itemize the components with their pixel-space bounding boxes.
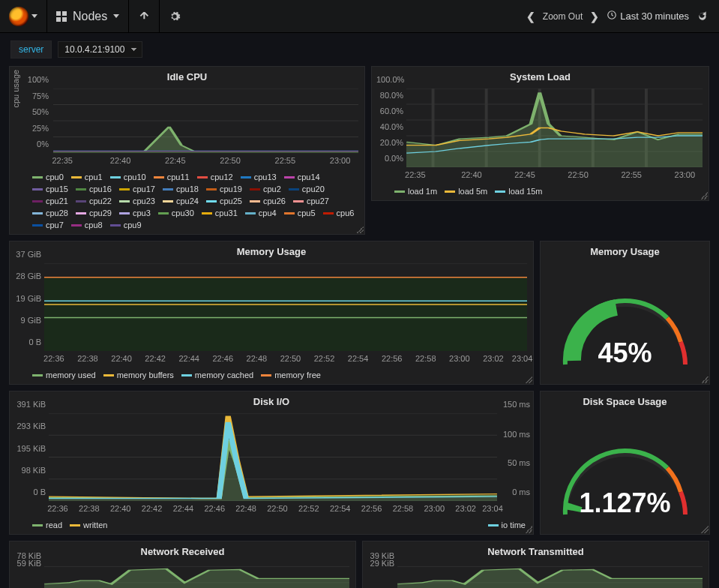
share-button[interactable] [129, 0, 160, 33]
legend-item[interactable]: cpu9 [110, 220, 142, 230]
legend-item[interactable]: cpu13 [241, 172, 277, 182]
legend-item[interactable]: memory buffers [103, 370, 174, 380]
panel-title: Network Received [10, 542, 355, 559]
panel-disk-io[interactable]: Disk I/O 0 B 98 KiB 195 KiB 293 KiB 391 … [9, 391, 534, 535]
legend-item[interactable]: cpu20 [289, 184, 325, 194]
panel-title: Memory Usage [541, 242, 709, 259]
gauge-value: 45% [598, 338, 652, 369]
legend-item[interactable]: cpu28 [32, 208, 68, 218]
chart-network-transmitted[interactable]: 29 KiB 39 KiB [363, 559, 709, 588]
time-range-label: Last 30 minutes [620, 10, 689, 22]
dashboard-picker-button[interactable]: Nodes [47, 0, 129, 33]
settings-button[interactable] [160, 0, 190, 33]
legend-item[interactable]: cpu17 [119, 184, 155, 194]
legend-item[interactable]: load 5m [445, 187, 487, 196]
legend-item[interactable]: memory cached [181, 370, 253, 380]
chart-memory-usage[interactable]: 0 B 9 GiB 19 GiB 28 GiB 37 GiB [10, 259, 533, 368]
legend-item[interactable]: load 1m [394, 187, 437, 196]
legend-item[interactable]: cpu7 [32, 220, 64, 230]
time-range-button[interactable]: Last 30 minutes [607, 10, 689, 22]
panel-disk-gauge[interactable]: Disk Space Usage 1.127% [540, 391, 710, 535]
legend-item[interactable]: memory free [261, 370, 321, 380]
panel-idle-cpu[interactable]: Idle CPU cpu usage 0% 25% 50% 75% 100% [9, 66, 365, 235]
resize-handle-icon[interactable] [701, 526, 709, 533]
top-bar: Nodes ❮ Zoom Out ❯ Last 30 minutes [0, 0, 719, 33]
clock-icon [607, 10, 617, 22]
legend-item[interactable]: cpu30 [158, 208, 194, 218]
plot-area [53, 88, 358, 153]
resize-handle-icon[interactable] [700, 192, 708, 200]
legend-item[interactable]: cpu18 [163, 184, 199, 194]
legend-item[interactable]: read [32, 520, 62, 530]
y-axis-right: 0 ms 50 ms 100 ms 150 ms [499, 413, 530, 501]
legend-item[interactable]: cpu21 [32, 196, 68, 206]
panel-title: Disk Space Usage [541, 392, 709, 409]
grafana-logo-icon [9, 7, 28, 26]
legend-item[interactable]: cpu10 [110, 172, 146, 182]
panel-title: Memory Usage [10, 242, 533, 259]
resize-handle-icon[interactable] [525, 376, 532, 383]
legend-item[interactable]: cpu27 [293, 196, 329, 206]
x-axis: 22:36 22:38 22:40 22:42 22:44 22:46 22:4… [44, 354, 527, 364]
gauge-value: 1.127% [579, 488, 670, 519]
legend-item[interactable]: cpu0 [32, 172, 64, 182]
legend-item[interactable]: cpu29 [76, 208, 112, 218]
panel-system-load[interactable]: System Load 0.0% 20.0% 40.0% 60.0% 80.0%… [371, 66, 709, 201]
share-icon [138, 10, 150, 22]
legend-item[interactable]: load 15m [495, 187, 542, 196]
resize-handle-icon[interactable] [701, 376, 709, 383]
legend-item[interactable]: cpu26 [250, 196, 286, 206]
plot-area [397, 563, 703, 588]
legend-item[interactable]: cpu5 [284, 208, 316, 218]
chart-network-received[interactable]: 59 KiB 78 KiB [10, 559, 355, 588]
refresh-button[interactable] [697, 10, 709, 22]
legend-item[interactable]: cpu23 [119, 196, 155, 206]
resize-handle-icon[interactable] [356, 226, 364, 233]
time-forward-button[interactable]: ❯ [590, 10, 599, 22]
y-axis: 29 KiB 39 KiB [367, 563, 394, 576]
legend-item[interactable]: cpu11 [154, 172, 190, 182]
svg-marker-6 [53, 127, 358, 153]
template-var-label: server [10, 40, 52, 58]
app-menu-button[interactable] [0, 0, 47, 33]
legend: load 1mload 5mload 15m [372, 184, 709, 200]
legend: read written io time [10, 518, 533, 534]
panel-memory-gauge[interactable]: Memory Usage 45% [540, 241, 710, 385]
legend-item[interactable]: cpu19 [206, 184, 242, 194]
panel-title: Network Transmitted [363, 542, 709, 559]
y-axis-label: cpu usage [11, 70, 20, 108]
zoom-out-button[interactable]: Zoom Out [543, 11, 583, 22]
legend-item[interactable]: cpu16 [76, 184, 112, 194]
x-axis: 22:35 22:40 22:45 22:50 22:55 23:00 [406, 170, 703, 181]
panel-memory-usage-ts[interactable]: Memory Usage 0 B 9 GiB 19 GiB 28 GiB 37 … [9, 241, 534, 385]
legend-item[interactable]: cpu25 [206, 196, 242, 206]
svg-rect-26 [44, 278, 527, 351]
legend-item[interactable]: cpu24 [163, 196, 199, 206]
legend-item[interactable]: cpu14 [284, 172, 320, 182]
legend-item[interactable]: io time [488, 520, 526, 530]
caret-down-icon [113, 14, 119, 18]
chart-disk-io[interactable]: 0 B 98 KiB 195 KiB 293 KiB 391 KiB 0 ms … [10, 409, 533, 518]
legend-item[interactable]: memory used [32, 370, 96, 380]
chart-system-load[interactable]: 0.0% 20.0% 40.0% 60.0% 80.0% 100.0% [372, 84, 709, 184]
legend-item[interactable]: written [70, 520, 107, 530]
template-var-select[interactable]: 10.0.4.21:9100 [58, 41, 142, 58]
time-back-button[interactable]: ❮ [526, 10, 535, 22]
gauge-disk: 1.127% [541, 409, 709, 534]
legend-item[interactable]: cpu31 [202, 208, 238, 218]
plot-area [44, 263, 527, 351]
legend-item[interactable]: cpu12 [197, 172, 233, 182]
panel-network-transmitted[interactable]: Network Transmitted 29 KiB 39 KiB [362, 541, 709, 588]
panel-network-received[interactable]: Network Received 59 KiB 78 KiB [9, 541, 356, 588]
legend-item[interactable]: cpu6 [323, 208, 355, 218]
legend-item[interactable]: cpu3 [119, 208, 151, 218]
legend-item[interactable]: cpu22 [76, 196, 112, 206]
legend-item[interactable]: cpu1 [71, 172, 103, 182]
legend-item[interactable]: cpu8 [71, 220, 103, 230]
legend-item[interactable]: cpu4 [245, 208, 277, 218]
plot-area [44, 563, 349, 588]
chart-idle-cpu[interactable]: cpu usage 0% 25% 50% 75% 100% [10, 84, 364, 170]
resize-handle-icon[interactable] [525, 526, 532, 533]
legend-item[interactable]: cpu2 [250, 184, 281, 194]
legend-item[interactable]: cpu15 [32, 184, 68, 194]
